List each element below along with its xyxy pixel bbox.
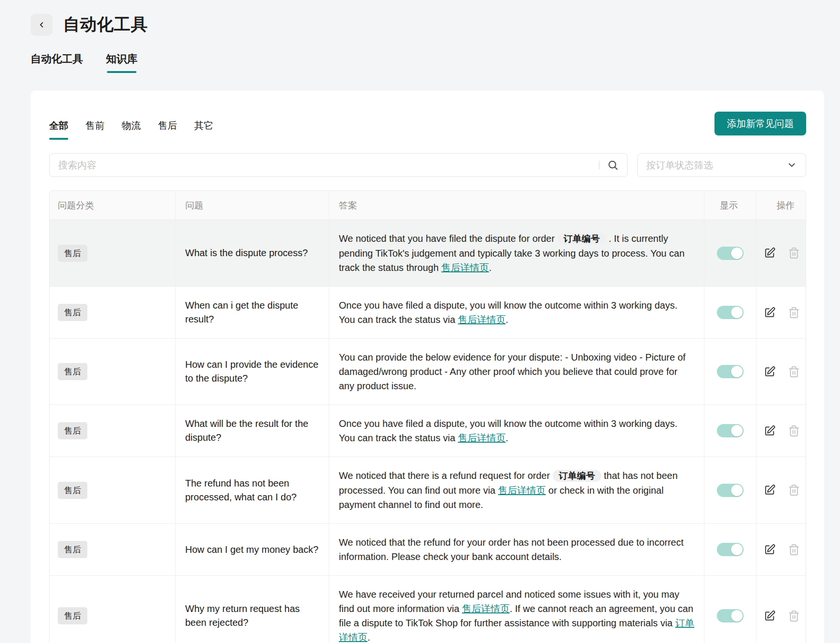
search-icon[interactable] <box>607 159 619 171</box>
display-toggle[interactable] <box>717 609 744 622</box>
toggle-knob <box>731 485 743 496</box>
chevron-left-icon <box>37 21 46 29</box>
actions-cell <box>756 457 806 523</box>
table-row: 售后 What is the dispute process? We notic… <box>50 219 806 286</box>
display-toggle[interactable] <box>717 306 744 319</box>
display-cell <box>704 220 756 286</box>
edit-icon[interactable] <box>764 544 776 556</box>
display-cell <box>704 524 756 575</box>
order-status-filter-select[interactable]: 按订单状态筛选 <box>637 153 806 177</box>
tab-automation-tools[interactable]: 自动化工具 <box>31 52 83 73</box>
answer-link[interactable]: 售后详情页 <box>441 262 489 273</box>
category-cell: 售后 <box>50 287 175 338</box>
table-body: 售后 What is the dispute process? We notic… <box>50 219 806 643</box>
answer-link[interactable]: 售后详情页 <box>458 433 505 443</box>
delete-icon[interactable] <box>788 307 800 319</box>
question-cell: What will be the result for the dispute? <box>175 405 329 456</box>
answer-text: . <box>505 314 508 325</box>
answer-cell: You can provide the below evidence for y… <box>329 339 704 404</box>
header-question: 问题 <box>175 191 329 219</box>
actions-cell <box>756 405 806 456</box>
delete-icon[interactable] <box>788 610 800 622</box>
filter-tab-presale[interactable]: 售前 <box>85 119 105 140</box>
category-cell: 售后 <box>50 457 175 523</box>
question-cell: What is the dispute process? <box>175 220 329 286</box>
actions-cell <box>756 524 806 575</box>
display-cell <box>704 287 756 338</box>
category-badge: 售后 <box>58 245 87 262</box>
table-row: 售后 How can I provide the evidence to the… <box>50 338 806 404</box>
question-cell: How can I get my money back? <box>175 524 329 575</box>
edit-icon[interactable] <box>764 484 776 496</box>
edit-icon[interactable] <box>764 307 776 319</box>
edit-icon[interactable] <box>764 247 776 259</box>
search-input[interactable] <box>58 160 599 171</box>
page-title: 自动化工具 <box>63 13 148 36</box>
table-row: 售后 What will be the result for the dispu… <box>50 404 806 456</box>
delete-icon[interactable] <box>788 366 800 378</box>
edit-icon[interactable] <box>764 610 776 622</box>
search-box <box>49 153 628 177</box>
question-cell: How can I provide the evidence to the di… <box>175 339 329 404</box>
filter-tab-all[interactable]: 全部 <box>49 119 68 140</box>
tab-knowledge-base[interactable]: 知识库 <box>106 52 137 73</box>
answer-text: . <box>489 262 492 273</box>
display-toggle[interactable] <box>717 543 744 556</box>
order-id-tag: 订单编号 <box>553 470 601 482</box>
page: 自动化工具 自动化工具 知识库 全部 售前 物流 售后 其它 添加新常见问题 <box>0 0 840 643</box>
display-cell <box>704 405 756 456</box>
filter-tab-logistics[interactable]: 物流 <box>122 119 141 140</box>
answer-cell: We noticed that the refund for your orde… <box>329 524 704 575</box>
delete-icon[interactable] <box>788 544 800 556</box>
top-header: 自动化工具 <box>0 0 840 36</box>
delete-icon[interactable] <box>788 484 800 496</box>
filter-row: 全部 售前 物流 售后 其它 添加新常见问题 <box>49 112 806 140</box>
category-badge: 售后 <box>58 541 87 558</box>
search-caret <box>599 161 599 169</box>
answer-text: We noticed that the refund for your orde… <box>339 537 683 562</box>
table-row: 售后 How can I get my money back? We notic… <box>50 523 806 575</box>
table-header-row: 问题分类 问题 答案 显示 操作 <box>50 191 806 219</box>
question-cell: The refund has not been processed, what … <box>175 457 329 523</box>
display-cell <box>704 339 756 404</box>
answer-text: You can provide the below evidence for y… <box>339 352 685 391</box>
delete-icon[interactable] <box>788 247 800 259</box>
display-toggle[interactable] <box>717 424 744 437</box>
display-toggle[interactable] <box>717 484 744 497</box>
category-badge: 售后 <box>58 363 87 380</box>
actions-cell <box>756 339 806 404</box>
category-cell: 售后 <box>50 220 175 286</box>
header-actions: 操作 <box>756 191 806 219</box>
header-category: 问题分类 <box>50 191 175 219</box>
answer-link[interactable]: 售后详情页 <box>462 603 510 614</box>
answer-text: We noticed that you have filed the dispu… <box>339 233 557 244</box>
display-toggle[interactable] <box>717 365 744 378</box>
back-button[interactable] <box>31 14 52 36</box>
answer-text: . <box>368 632 370 643</box>
table-row: 售后 The refund has not been processed, wh… <box>50 456 806 523</box>
actions-cell <box>756 220 806 286</box>
answer-cell: Once you have filed a dispute, you will … <box>329 287 704 338</box>
category-badge: 售后 <box>58 422 87 439</box>
category-badge: 售后 <box>58 304 87 321</box>
actions-cell <box>756 287 806 338</box>
answer-link[interactable]: 售后详情页 <box>458 314 505 325</box>
answer-link[interactable]: 售后详情页 <box>498 485 546 496</box>
faq-table: 问题分类 问题 答案 显示 操作 售后 What is the dispute … <box>49 190 806 643</box>
delete-icon[interactable] <box>788 425 800 437</box>
category-cell: 售后 <box>50 576 175 643</box>
filter-tab-other[interactable]: 其它 <box>194 119 213 140</box>
category-filter-tabs: 全部 售前 物流 售后 其它 <box>49 112 213 140</box>
toggle-knob <box>731 544 743 555</box>
edit-icon[interactable] <box>764 425 776 437</box>
display-toggle[interactable] <box>717 247 744 260</box>
answer-cell: We noticed that there is a refund reques… <box>329 457 704 523</box>
toggle-knob <box>731 425 743 436</box>
answer-text: We noticed that there is a refund reques… <box>339 470 553 481</box>
edit-icon[interactable] <box>764 366 776 378</box>
main-tabs: 自动化工具 知识库 <box>0 36 840 73</box>
toggle-knob <box>731 307 743 318</box>
filter-tab-aftersale[interactable]: 售后 <box>158 119 177 140</box>
add-faq-button[interactable]: 添加新常见问题 <box>714 112 806 135</box>
category-badge: 售后 <box>58 482 87 499</box>
